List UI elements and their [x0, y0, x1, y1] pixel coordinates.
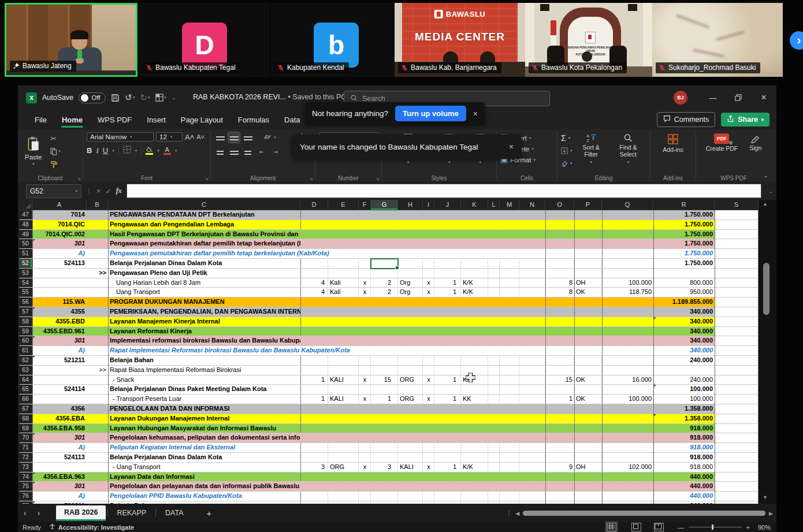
cell-L62[interactable]	[488, 356, 500, 365]
cell-D49[interactable]	[300, 230, 328, 239]
cell-N58[interactable]	[519, 317, 545, 326]
cell-J62[interactable]	[434, 356, 461, 365]
cell-I56[interactable]	[423, 297, 434, 307]
cell-C69[interactable]: Layanan Hubungan Masyarakat dan Informas…	[108, 424, 300, 433]
cell-F53[interactable]	[359, 269, 371, 278]
cell-O70[interactable]	[545, 433, 574, 442]
cell-R65[interactable]: 100.000	[653, 385, 715, 394]
cell-D52[interactable]	[300, 259, 328, 268]
grow-font-button[interactable]: A˄	[185, 133, 194, 142]
cell-L67[interactable]	[488, 404, 500, 414]
cell-B50[interactable]	[87, 239, 108, 248]
cell-P63[interactable]	[574, 366, 602, 375]
cell-H48[interactable]	[398, 220, 423, 229]
cell-I68[interactable]	[423, 414, 434, 423]
cell-G66[interactable]: 1	[371, 395, 398, 404]
cell-G48[interactable]	[371, 220, 398, 229]
column-header-M[interactable]: M	[500, 200, 519, 210]
cell-I75[interactable]	[423, 482, 434, 491]
cell-B48[interactable]	[87, 220, 108, 229]
cell-S72[interactable]	[715, 453, 759, 462]
redo-button[interactable]: ↻▾	[140, 92, 150, 103]
cell-D54[interactable]: 4	[300, 278, 328, 288]
cell-A59[interactable]: 4355.EBD.961	[32, 327, 87, 336]
cell-J48[interactable]	[434, 220, 461, 229]
cell-O69[interactable]	[545, 424, 574, 433]
cell-E74[interactable]	[328, 473, 359, 482]
row-header-48[interactable]: 48	[19, 220, 32, 229]
cell-K55[interactable]: K/K	[461, 288, 488, 297]
cell-R57[interactable]: 340.000	[653, 307, 715, 317]
cell-L74[interactable]	[488, 473, 500, 482]
cell-I63[interactable]	[423, 366, 434, 375]
cell-N52[interactable]	[519, 259, 545, 268]
cell-S68[interactable]	[715, 414, 759, 423]
cell-Q57[interactable]	[602, 307, 653, 317]
cell-G63[interactable]	[371, 366, 398, 375]
cell-I65[interactable]	[423, 385, 434, 394]
cell-G67[interactable]	[371, 404, 398, 414]
cell-S71[interactable]	[715, 443, 759, 452]
cell-O73[interactable]: 9	[545, 463, 574, 472]
cell-P51[interactable]	[574, 249, 602, 258]
font-name-select[interactable]: Arial Narrow▾	[87, 132, 154, 142]
cell-G64[interactable]: 15	[371, 375, 398, 385]
cell-P47[interactable]	[574, 210, 602, 220]
cell-H54[interactable]: Org	[398, 278, 423, 288]
cell-D72[interactable]	[300, 453, 328, 462]
cell-B53[interactable]: >>	[87, 269, 108, 278]
cell-O47[interactable]	[545, 210, 574, 220]
cell-I52[interactable]	[423, 259, 434, 268]
cell-C76[interactable]: Pengelolaan PPID Bawaslu Kabupaten/Kota	[108, 492, 300, 501]
cell-N71[interactable]	[519, 443, 545, 452]
cell-D59[interactable]	[300, 327, 328, 336]
cell-B73[interactable]	[87, 463, 108, 472]
cell-S75[interactable]	[715, 482, 759, 491]
cell-N69[interactable]	[519, 424, 545, 433]
cell-G65[interactable]	[371, 385, 398, 394]
cell-C64[interactable]: - Snack	[108, 375, 300, 385]
cell-S56[interactable]	[715, 297, 759, 307]
cell-P50[interactable]	[574, 239, 602, 248]
cell-G74[interactable]	[371, 473, 398, 482]
cell-S58[interactable]	[715, 317, 759, 326]
cell-B54[interactable]	[87, 278, 108, 288]
cell-C51[interactable]: Pengawasan pemutakhiran daftar pemilih t…	[108, 249, 300, 258]
cell-H63[interactable]	[398, 366, 423, 375]
cell-R70[interactable]: 918.000	[653, 433, 715, 442]
zoom-level[interactable]: 90%	[758, 524, 771, 531]
menu-tab-wps-pdf[interactable]: WPS PDF	[90, 112, 139, 128]
cell-M71[interactable]	[500, 443, 519, 452]
borders-button[interactable]	[123, 146, 131, 155]
cell-Q71[interactable]	[602, 443, 653, 452]
page-break-view-button[interactable]	[654, 523, 664, 531]
cell-H70[interactable]	[398, 433, 423, 442]
cell-C73[interactable]: - Uang Transport	[108, 463, 300, 472]
cell-B72[interactable]	[87, 453, 108, 462]
cell-I67[interactable]	[423, 404, 434, 414]
find-select-button[interactable]: Find & Select▾	[610, 132, 646, 173]
cell-M65[interactable]	[500, 385, 519, 394]
cell-A57[interactable]: 4355	[32, 307, 87, 317]
cell-H66[interactable]: ORG	[398, 395, 423, 404]
scroll-left-icon[interactable]: ◀	[515, 511, 519, 516]
cell-L71[interactable]	[488, 443, 500, 452]
cell-K59[interactable]	[461, 327, 488, 336]
cell-N63[interactable]	[519, 366, 545, 375]
cell-Q54[interactable]: 100.000	[602, 278, 653, 288]
cell-A50[interactable]: 301	[32, 239, 87, 248]
column-header-G[interactable]: G	[371, 200, 398, 210]
format-painter-button[interactable]	[49, 158, 62, 170]
cell-A71[interactable]: A)	[32, 443, 87, 452]
cell-J73[interactable]: 1	[434, 463, 461, 472]
cell-N59[interactable]	[519, 327, 545, 336]
cell-B74[interactable]	[87, 473, 108, 482]
selected-cell-outline[interactable]	[370, 258, 399, 269]
zoom-slider[interactable]	[689, 527, 742, 527]
cell-G68[interactable]	[371, 414, 398, 423]
cell-N74[interactable]	[519, 473, 545, 482]
cell-K56[interactable]	[461, 297, 488, 307]
cell-N49[interactable]	[519, 230, 545, 239]
cell-R63[interactable]	[653, 366, 715, 375]
create-pdf-button[interactable]: PDF⊕ Create PDF	[702, 132, 741, 173]
